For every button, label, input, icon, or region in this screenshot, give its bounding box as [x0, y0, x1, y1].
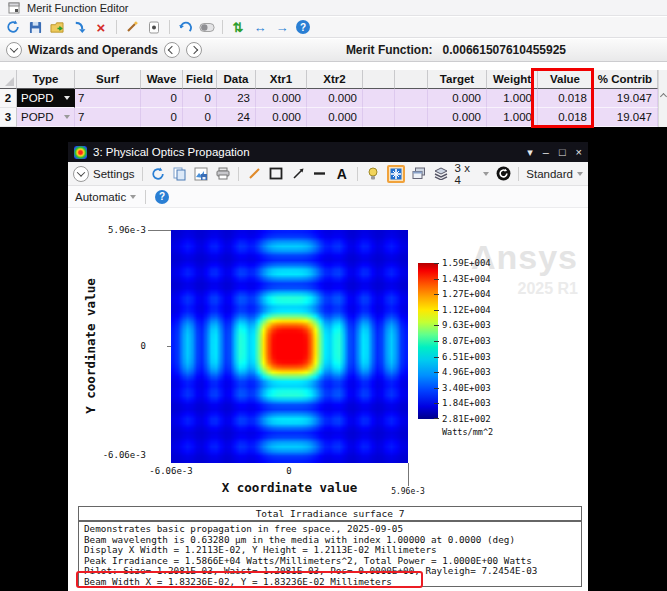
y-tick-zero: 0 — [134, 341, 146, 351]
column-header-data[interactable]: Data — [217, 70, 256, 89]
operand-type-cell[interactable]: POPD — [17, 108, 75, 127]
line-tool-icon[interactable] — [246, 166, 262, 182]
row-number[interactable]: 3 — [0, 108, 17, 127]
settings-expand-icon[interactable] — [73, 166, 89, 182]
column-header-xtr1[interactable]: Xtr1 — [256, 70, 307, 89]
column-header-value[interactable]: Value — [538, 70, 593, 89]
column-header-xtr2[interactable]: Xtr2 — [307, 70, 363, 89]
colorbar-tick — [434, 279, 439, 280]
weight-cell[interactable]: 1.000 — [487, 89, 538, 108]
window-maximize-button[interactable]: □ — [559, 146, 566, 158]
insert-operand-icon[interactable] — [71, 19, 87, 35]
xtr2-cell[interactable]: 0.000 — [307, 108, 363, 127]
column-header-target[interactable]: Target — [428, 70, 487, 89]
empty-cell[interactable] — [363, 89, 395, 108]
irradiance-plot-area: Ansys 2025 R1 5.96e-3 0 -6.06e-3 Y coord… — [68, 208, 588, 505]
automatic-dropdown[interactable]: Automatic — [75, 191, 136, 203]
column-header-empty1[interactable] — [363, 70, 395, 89]
rectangle-tool-icon[interactable] — [268, 166, 284, 182]
xtr2-cell[interactable]: 0.000 — [307, 89, 363, 108]
data-cell[interactable]: 23 — [217, 89, 256, 108]
print-icon[interactable] — [215, 166, 231, 182]
copy-window-icon[interactable] — [411, 166, 427, 182]
window-menu-button[interactable]: ▾ — [527, 146, 533, 159]
copy-icon[interactable] — [171, 166, 187, 182]
target-cell[interactable]: 0.000 — [428, 89, 487, 108]
merit-editor-title: Merit Function Editor — [27, 2, 128, 14]
merit-editor-titlebar: Merit Function Editor — [0, 0, 667, 16]
value-cell[interactable]: 0.018 — [538, 89, 593, 108]
save-graphic-icon[interactable] — [193, 166, 209, 182]
data-cell[interactable]: 24 — [217, 108, 256, 127]
next-button[interactable] — [186, 42, 202, 58]
dropdown-caret-icon[interactable] — [64, 115, 70, 119]
field-cell[interactable]: 0 — [183, 89, 217, 108]
column-header-contrib[interactable]: % Contrib — [593, 70, 658, 89]
xtr1-cell[interactable]: 0.000 — [256, 108, 307, 127]
operand-type-label: POPD — [21, 111, 54, 123]
empty-cell[interactable] — [363, 108, 395, 127]
column-header-weight[interactable]: Weight — [487, 70, 538, 89]
standard-dropdown[interactable]: Standard — [526, 168, 583, 180]
window-close-button[interactable]: × — [576, 146, 582, 158]
surf-cell[interactable]: 7 — [75, 108, 141, 127]
table-scrollbar[interactable] — [658, 70, 667, 127]
operand-type-label: POPD — [21, 92, 54, 104]
operand-type-cell[interactable]: POPD — [17, 89, 75, 108]
row-number[interactable]: 2 — [0, 89, 17, 108]
dash-tool-icon[interactable] — [312, 166, 328, 182]
contrib-cell[interactable]: 19.047 — [593, 89, 658, 108]
undo-icon[interactable] — [177, 19, 193, 35]
column-header-empty2[interactable] — [395, 70, 428, 89]
settings-button[interactable]: Settings — [73, 166, 135, 182]
target-cell[interactable]: 0.000 — [428, 108, 487, 127]
help-icon[interactable]: ? — [296, 20, 310, 34]
pop-toolbar-row2: Automatic ? — [68, 186, 588, 208]
wave-cell[interactable]: 0 — [141, 108, 183, 127]
weight-cell[interactable]: 1.000 — [487, 108, 538, 127]
grid-layout-button[interactable]: 3 x 4 — [455, 162, 490, 186]
arrow-tool-icon[interactable] — [290, 166, 306, 182]
grid-layout-label: 3 x 4 — [455, 162, 480, 186]
load-merit-icon[interactable] — [49, 19, 65, 35]
prev-button[interactable] — [164, 42, 180, 58]
table-corner-cell[interactable] — [0, 70, 17, 89]
toolbar-separator — [169, 20, 170, 34]
layers-icon[interactable] — [433, 166, 449, 182]
surf-cell[interactable]: 7 — [75, 89, 141, 108]
toggle-auto-update-icon[interactable] — [199, 19, 215, 35]
window-minimize-button[interactable]: – — [543, 146, 549, 158]
toolbar-separator — [145, 190, 146, 204]
move-right-icon[interactable]: → — [274, 19, 290, 35]
empty-cell[interactable] — [395, 89, 428, 108]
expand-wizards-button[interactable] — [6, 42, 22, 58]
value-cell[interactable]: 0.018 — [538, 108, 593, 127]
empty-cell[interactable] — [395, 108, 428, 127]
xtr1-cell[interactable]: 0.000 — [256, 89, 307, 108]
column-header-surf[interactable]: Surf — [75, 70, 141, 89]
refresh-icon[interactable] — [150, 166, 166, 182]
lamp-icon[interactable] — [365, 166, 381, 182]
physical-optics-propagation-window: 3: Physical Optics Propagation ▾ – □ × S… — [68, 142, 588, 591]
refresh-icon[interactable] — [5, 19, 21, 35]
column-header-wave[interactable]: Wave — [141, 70, 183, 89]
wave-cell[interactable]: 0 — [141, 89, 183, 108]
automatic-label: Automatic — [75, 191, 126, 203]
column-header-type[interactable]: Type — [17, 70, 75, 89]
properties-icon[interactable] — [146, 19, 162, 35]
text-tool-icon[interactable]: A — [334, 166, 350, 182]
fit-window-icon[interactable] — [387, 165, 405, 183]
rotate-icon[interactable] — [495, 166, 511, 182]
contrib-cell[interactable]: 19.047 — [593, 108, 658, 127]
field-cell[interactable]: 0 — [183, 108, 217, 127]
optimization-wizard-icon[interactable] — [124, 19, 140, 35]
swap-operands-icon[interactable]: ⇅ — [230, 19, 246, 35]
save-icon[interactable] — [27, 19, 43, 35]
move-left-right-icon[interactable]: ↔ — [252, 19, 268, 35]
dropdown-caret-icon[interactable] — [64, 96, 70, 100]
column-header-field[interactable]: Field — [183, 70, 217, 89]
summary-line: Demonstrates basic propagation in free s… — [84, 524, 581, 535]
delete-operand-icon[interactable]: × — [93, 19, 109, 35]
help-icon[interactable]: ? — [155, 190, 169, 204]
colorbar-label: 1.59E+004 — [442, 258, 512, 268]
